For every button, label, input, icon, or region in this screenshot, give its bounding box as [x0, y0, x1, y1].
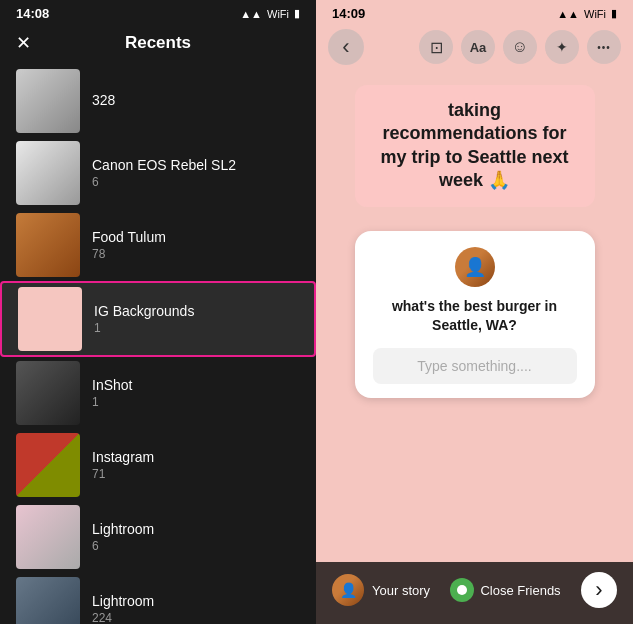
your-story-label: Your story [372, 583, 430, 598]
story-bottom-bar: 👤 Your story Close Friends › [316, 562, 633, 624]
album-count-5: 1 [92, 395, 300, 409]
album-count-6: 71 [92, 467, 300, 481]
story-main-text: taking recommendations for my trip to Se… [373, 99, 577, 193]
right-panel: 14:09 ▲▲ WiFi ▮ ‹ ⊡ Aa ☺ ✦ ••• [316, 0, 633, 624]
album-thumb-8 [16, 577, 80, 624]
story-content: taking recommendations for my trip to Se… [316, 73, 633, 562]
your-story-avatar: 👤 [332, 574, 364, 606]
avatar: 👤 [455, 247, 495, 287]
album-item-2[interactable]: Canon EOS Rebel SL2 6 [0, 137, 316, 209]
green-dot-icon [450, 578, 474, 602]
album-thumb-3 [16, 213, 80, 277]
album-item-8[interactable]: Lightroom 224 [0, 573, 316, 624]
left-header: ✕ Recents [0, 25, 316, 65]
album-thumb-7 [16, 505, 80, 569]
next-icon: › [595, 577, 602, 603]
selection-arrow: → [312, 308, 316, 331]
more-tool-button[interactable]: ••• [587, 30, 621, 64]
text-tool-button[interactable]: Aa [461, 30, 495, 64]
album-thumb-1 [16, 69, 80, 133]
close-friends-label: Close Friends [480, 583, 560, 598]
left-panel: 14:08 ▲▲ WiFi ▮ ✕ Recents 328 [0, 0, 316, 624]
album-thumb-4 [18, 287, 82, 351]
album-count-8: 224 [92, 611, 300, 624]
signal-icon-right: ▲▲ [557, 8, 579, 20]
next-button[interactable]: › [581, 572, 617, 608]
album-name-7: Lightroom [92, 521, 300, 537]
album-item-7[interactable]: Lightroom 6 [0, 501, 316, 573]
close-button[interactable]: ✕ [16, 32, 31, 54]
album-thumb-6 [16, 433, 80, 497]
album-item-6[interactable]: Instagram 71 [0, 429, 316, 501]
wifi-icon-left: WiFi [267, 8, 289, 20]
status-icons-left: ▲▲ WiFi ▮ [240, 7, 300, 20]
sparkle-tool-button[interactable]: ✦ [545, 30, 579, 64]
album-count-2: 6 [92, 175, 300, 189]
story-avatar-icon: 👤 [340, 582, 357, 598]
status-bar-right: 14:09 ▲▲ WiFi ▮ [316, 0, 633, 25]
more-tool-icon: ••• [597, 42, 611, 53]
sparkle-tool-icon: ✦ [556, 39, 568, 55]
back-icon: ‹ [342, 34, 349, 60]
close-friends-button[interactable]: Close Friends [450, 578, 560, 602]
album-name-2: Canon EOS Rebel SL2 [92, 157, 300, 173]
status-time-right: 14:09 [332, 6, 365, 21]
emoji-tool-icon: ☺ [512, 38, 528, 56]
toolbar-icon-group: ⊡ Aa ☺ ✦ ••• [419, 30, 621, 64]
battery-icon-left: ▮ [294, 7, 300, 20]
album-thumb-5 [16, 361, 80, 425]
album-count-4: 1 [94, 321, 298, 335]
type-input[interactable]: Type something.... [373, 348, 577, 384]
green-dot-inner [457, 585, 467, 595]
image-tool-icon: ⊡ [430, 38, 443, 57]
album-info-4: IG Backgrounds 1 [94, 303, 298, 335]
story-toolbar: ‹ ⊡ Aa ☺ ✦ ••• [316, 25, 633, 73]
album-info-2: Canon EOS Rebel SL2 6 [92, 157, 300, 189]
emoji-tool-button[interactable]: ☺ [503, 30, 537, 64]
quiz-card: 👤 what's the best burger in Seattle, WA?… [355, 231, 595, 398]
status-time-left: 14:08 [16, 6, 49, 21]
text-tool-icon: Aa [470, 40, 487, 55]
status-icons-right: ▲▲ WiFi ▮ [557, 7, 617, 20]
type-placeholder: Type something.... [417, 358, 531, 374]
back-button[interactable]: ‹ [328, 29, 364, 65]
avatar-emoji: 👤 [464, 256, 486, 278]
album-name-3: Food Tulum [92, 229, 300, 245]
album-info-8: Lightroom 224 [92, 593, 300, 624]
quiz-question: what's the best burger in Seattle, WA? [373, 297, 577, 336]
image-tool-button[interactable]: ⊡ [419, 30, 453, 64]
album-item-3[interactable]: Food Tulum 78 [0, 209, 316, 281]
battery-icon-right: ▮ [611, 7, 617, 20]
album-name-4: IG Backgrounds [94, 303, 298, 319]
album-info-3: Food Tulum 78 [92, 229, 300, 261]
album-info-7: Lightroom 6 [92, 521, 300, 553]
album-item-4[interactable]: IG Backgrounds 1 → [0, 281, 316, 357]
albums-list: 328 Canon EOS Rebel SL2 6 Food Tulum 78 [0, 65, 316, 624]
album-name-5: InShot [92, 377, 300, 393]
album-name-8: Lightroom [92, 593, 300, 609]
album-count-3: 78 [92, 247, 300, 261]
wifi-icon-right: WiFi [584, 8, 606, 20]
album-thumb-2 [16, 141, 80, 205]
status-bar-left: 14:08 ▲▲ WiFi ▮ [0, 0, 316, 25]
album-count-7: 6 [92, 539, 300, 553]
album-info-5: InShot 1 [92, 377, 300, 409]
album-item-1[interactable]: 328 [0, 65, 316, 137]
recents-title: Recents [125, 33, 191, 53]
album-item-5[interactable]: InShot 1 [0, 357, 316, 429]
story-main-text-card: taking recommendations for my trip to Se… [355, 85, 595, 207]
your-story-button[interactable]: 👤 Your story [332, 574, 430, 606]
album-info-6: Instagram 71 [92, 449, 300, 481]
album-info-1: 328 [92, 92, 300, 110]
signal-icon-left: ▲▲ [240, 8, 262, 20]
album-name-1: 328 [92, 92, 300, 108]
album-name-6: Instagram [92, 449, 300, 465]
